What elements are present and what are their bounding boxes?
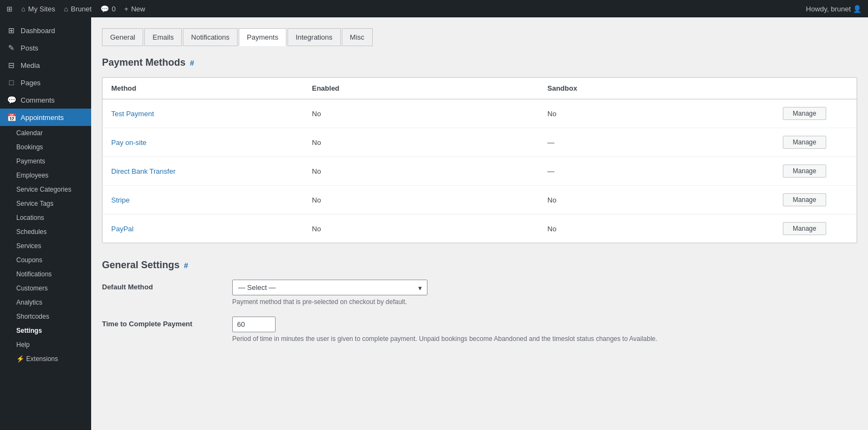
sidebar-item-comments[interactable]: 💬 Comments bbox=[0, 91, 91, 109]
admin-bar: ⊞ ⌂ My Sites ⌂ Brunet 💬 0 + New Howdy, b… bbox=[0, 0, 868, 17]
default-method-label: Default Method bbox=[102, 280, 221, 291]
manage-button-bank[interactable]: Manage bbox=[783, 165, 826, 178]
table-row: PayPal No No Manage bbox=[103, 214, 857, 243]
payment-sandbox-payonsite: — bbox=[547, 138, 783, 147]
payment-methods-table: Method Enabled Sandbox Test Payment No N… bbox=[102, 77, 857, 243]
manage-button-payonsite[interactable]: Manage bbox=[783, 136, 826, 149]
media-icon: ⊟ bbox=[7, 61, 16, 69]
default-method-select[interactable]: — Select — Test Payment Pay on-site Dire… bbox=[232, 280, 427, 295]
payment-sandbox-stripe: No bbox=[547, 196, 783, 204]
default-method-description: Payment method that is pre-selected on c… bbox=[232, 298, 857, 306]
sidebar-item-service-categories[interactable]: Service Categories bbox=[0, 182, 91, 197]
settings-tabs: General Emails Notifications Payments In… bbox=[102, 28, 857, 46]
time-to-complete-description: Period of time in minutes the user is gi… bbox=[232, 335, 857, 343]
comments-icon: 💬 bbox=[7, 96, 16, 104]
sidebar-item-posts[interactable]: ✎ Posts bbox=[0, 39, 91, 56]
sidebar-item-notifications[interactable]: Notifications bbox=[0, 267, 91, 281]
sidebar-item-help[interactable]: Help bbox=[0, 338, 91, 352]
manage-button-paypal[interactable]: Manage bbox=[783, 222, 826, 235]
sidebar-item-settings[interactable]: Settings bbox=[0, 324, 91, 338]
payment-sandbox-paypal: No bbox=[547, 225, 783, 233]
sidebar-item-payments[interactable]: Payments bbox=[0, 154, 91, 168]
sidebar-item-appointments[interactable]: 📅 Appointments bbox=[0, 109, 91, 126]
user-info: Howdy, brunet 👤 bbox=[806, 5, 861, 13]
default-method-row: Default Method — Select — Test Payment P… bbox=[102, 280, 857, 306]
header-enabled: Enabled bbox=[312, 84, 547, 92]
header-method: Method bbox=[111, 84, 312, 92]
tab-payments[interactable]: Payments bbox=[239, 28, 286, 46]
tab-misc[interactable]: Misc bbox=[342, 28, 373, 46]
sidebar-item-pages[interactable]: □ Pages bbox=[0, 74, 91, 91]
my-sites-icon: ⌂ bbox=[21, 5, 25, 13]
sidebar-item-locations[interactable]: Locations bbox=[0, 211, 91, 225]
general-settings-anchor[interactable]: # bbox=[184, 261, 188, 270]
payment-sandbox-test: No bbox=[547, 110, 783, 118]
payment-methods-heading: Payment Methods # bbox=[102, 57, 857, 68]
default-method-control: — Select — Test Payment Pay on-site Dire… bbox=[232, 280, 857, 306]
time-to-complete-input[interactable] bbox=[232, 317, 276, 332]
sidebar-item-media[interactable]: ⊟ Media bbox=[0, 56, 91, 74]
sidebar-item-extensions[interactable]: ⚡ Extensions bbox=[0, 352, 91, 366]
payment-name-stripe[interactable]: Stripe bbox=[111, 196, 312, 204]
sidebar-item-services[interactable]: Services bbox=[0, 239, 91, 253]
wp-icon: ⊞ bbox=[7, 5, 12, 13]
tab-integrations[interactable]: Integrations bbox=[288, 28, 341, 46]
table-row: Direct Bank Transfer No — Manage bbox=[103, 157, 857, 186]
sidebar-item-calendar[interactable]: Calendar bbox=[0, 126, 91, 140]
posts-icon: ✎ bbox=[7, 43, 16, 52]
dashboard-icon: ⊞ bbox=[7, 26, 16, 35]
table-header: Method Enabled Sandbox bbox=[103, 78, 857, 99]
payment-enabled-test: No bbox=[312, 110, 547, 118]
admin-sidebar: ⊞ Dashboard ✎ Posts ⊟ Media □ Pages 💬 Co… bbox=[0, 17, 91, 430]
plus-icon: + bbox=[124, 5, 129, 13]
time-to-complete-label: Time to Complete Payment bbox=[102, 317, 221, 328]
payment-enabled-stripe: No bbox=[312, 196, 547, 204]
payment-name-bank[interactable]: Direct Bank Transfer bbox=[111, 167, 312, 175]
default-method-select-wrapper: — Select — Test Payment Pay on-site Dire… bbox=[232, 280, 427, 295]
payment-name-payonsite[interactable]: Pay on-site bbox=[111, 138, 312, 147]
sidebar-item-schedules[interactable]: Schedules bbox=[0, 225, 91, 239]
time-to-complete-control: Period of time in minutes the user is gi… bbox=[232, 317, 857, 343]
sidebar-item-bookings[interactable]: Bookings bbox=[0, 140, 91, 154]
wp-content: ⊞ Dashboard ✎ Posts ⊟ Media □ Pages 💬 Co… bbox=[0, 17, 868, 430]
new-content-menu[interactable]: + New bbox=[124, 5, 145, 13]
sidebar-item-employees[interactable]: Employees bbox=[0, 168, 91, 182]
tab-emails[interactable]: Emails bbox=[144, 28, 182, 46]
comment-icon: 💬 bbox=[100, 5, 109, 13]
my-sites-menu[interactable]: ⌂ My Sites bbox=[21, 5, 55, 13]
user-avatar-icon: 👤 bbox=[853, 5, 861, 13]
sidebar-item-shortcodes[interactable]: Shortcodes bbox=[0, 309, 91, 324]
payment-name-paypal[interactable]: PayPal bbox=[111, 225, 312, 233]
tab-notifications[interactable]: Notifications bbox=[183, 28, 238, 46]
manage-button-test[interactable]: Manage bbox=[783, 107, 826, 120]
sidebar-item-analytics[interactable]: Analytics bbox=[0, 295, 91, 309]
main-content: General Emails Notifications Payments In… bbox=[91, 17, 868, 430]
sidebar-item-service-tags[interactable]: Service Tags bbox=[0, 197, 91, 211]
general-settings-section: Default Method — Select — Test Payment P… bbox=[102, 280, 857, 343]
payment-enabled-paypal: No bbox=[312, 225, 547, 233]
header-actions bbox=[783, 84, 848, 92]
pages-icon: □ bbox=[7, 78, 16, 87]
sidebar-item-customers[interactable]: Customers bbox=[0, 281, 91, 295]
comments-menu[interactable]: 💬 0 bbox=[100, 5, 116, 13]
manage-button-stripe[interactable]: Manage bbox=[783, 193, 826, 206]
payment-methods-anchor[interactable]: # bbox=[190, 59, 194, 67]
payment-sandbox-bank: — bbox=[547, 167, 783, 175]
home-icon: ⌂ bbox=[64, 5, 68, 13]
appointments-icon: 📅 bbox=[7, 113, 16, 122]
extensions-icon: ⚡ bbox=[16, 355, 26, 363]
general-settings-heading: General Settings # bbox=[102, 260, 857, 271]
sidebar-item-coupons[interactable]: Coupons bbox=[0, 253, 91, 267]
table-row: Stripe No No Manage bbox=[103, 186, 857, 214]
header-sandbox: Sandbox bbox=[547, 84, 783, 92]
sidebar-item-dashboard[interactable]: ⊞ Dashboard bbox=[0, 22, 91, 39]
payment-name-test[interactable]: Test Payment bbox=[111, 110, 312, 118]
tab-general[interactable]: General bbox=[102, 28, 143, 46]
table-row: Pay on-site No — Manage bbox=[103, 128, 857, 157]
payment-enabled-payonsite: No bbox=[312, 138, 547, 147]
site-name-menu[interactable]: ⌂ Brunet bbox=[64, 5, 92, 13]
table-row: Test Payment No No Manage bbox=[103, 99, 857, 128]
wp-logo[interactable]: ⊞ bbox=[7, 5, 12, 13]
payment-enabled-bank: No bbox=[312, 167, 547, 175]
time-to-complete-row: Time to Complete Payment Period of time … bbox=[102, 317, 857, 343]
